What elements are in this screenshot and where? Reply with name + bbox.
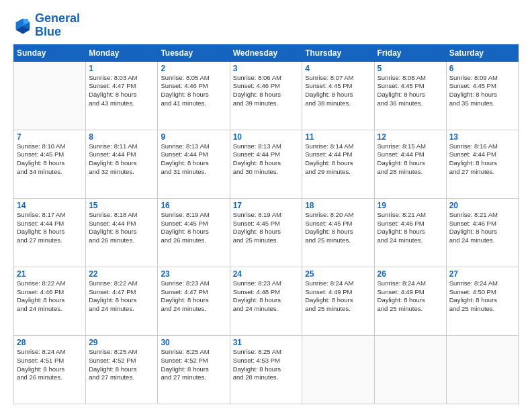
logo-icon bbox=[13, 16, 32, 35]
calendar-cell: 29Sunrise: 8:25 AMSunset: 4:52 PMDayligh… bbox=[86, 335, 158, 404]
day-info: Sunrise: 8:21 AMSunset: 4:46 PMDaylight:… bbox=[378, 211, 443, 245]
day-info: Sunrise: 8:03 AMSunset: 4:47 PMDaylight:… bbox=[89, 74, 154, 108]
day-info: Sunrise: 8:25 AMSunset: 4:52 PMDaylight:… bbox=[89, 348, 154, 382]
day-number: 15 bbox=[89, 201, 154, 210]
day-number: 25 bbox=[305, 269, 371, 279]
day-number: 3 bbox=[233, 64, 300, 73]
calendar-cell: 4Sunrise: 8:07 AMSunset: 4:45 PMDaylight… bbox=[302, 61, 374, 130]
day-number: 21 bbox=[17, 269, 83, 279]
day-info: Sunrise: 8:18 AMSunset: 4:44 PMDaylight:… bbox=[89, 211, 154, 245]
day-info: Sunrise: 8:24 AMSunset: 4:49 PMDaylight:… bbox=[378, 279, 443, 314]
calendar-cell: 27Sunrise: 8:24 AMSunset: 4:50 PMDayligh… bbox=[446, 267, 518, 335]
day-number: 2 bbox=[161, 64, 226, 73]
calendar-week-2: 7Sunrise: 8:10 AMSunset: 4:45 PMDaylight… bbox=[14, 130, 519, 198]
calendar-cell: 7Sunrise: 8:10 AMSunset: 4:45 PMDaylight… bbox=[14, 130, 86, 198]
weekday-header-wednesday: Wednesday bbox=[230, 44, 302, 61]
day-number: 14 bbox=[17, 201, 83, 210]
calendar-cell: 31Sunrise: 8:25 AMSunset: 4:53 PMDayligh… bbox=[230, 335, 302, 404]
calendar-cell: 28Sunrise: 8:24 AMSunset: 4:51 PMDayligh… bbox=[14, 335, 86, 404]
day-info: Sunrise: 8:19 AMSunset: 4:45 PMDaylight:… bbox=[161, 211, 226, 245]
day-number: 11 bbox=[305, 132, 371, 142]
day-info: Sunrise: 8:09 AMSunset: 4:45 PMDaylight:… bbox=[449, 74, 515, 108]
day-info: Sunrise: 8:06 AMSunset: 4:46 PMDaylight:… bbox=[233, 74, 300, 108]
day-number: 23 bbox=[161, 269, 226, 279]
calendar-cell: 30Sunrise: 8:25 AMSunset: 4:52 PMDayligh… bbox=[158, 335, 230, 404]
day-number: 26 bbox=[378, 269, 443, 279]
day-number: 27 bbox=[449, 269, 515, 279]
day-info: Sunrise: 8:20 AMSunset: 4:45 PMDaylight:… bbox=[305, 211, 371, 245]
calendar-week-1: 1Sunrise: 8:03 AMSunset: 4:47 PMDaylight… bbox=[14, 61, 519, 130]
day-info: Sunrise: 8:24 AMSunset: 4:49 PMDaylight:… bbox=[305, 279, 371, 314]
day-info: Sunrise: 8:13 AMSunset: 4:44 PMDaylight:… bbox=[233, 142, 300, 177]
day-info: Sunrise: 8:22 AMSunset: 4:47 PMDaylight:… bbox=[89, 279, 154, 314]
day-number: 6 bbox=[449, 64, 515, 73]
day-number: 30 bbox=[161, 338, 226, 347]
page: General Blue SundayMondayTuesdayWednesda… bbox=[0, 0, 532, 411]
day-info: Sunrise: 8:24 AMSunset: 4:51 PMDaylight:… bbox=[17, 348, 83, 382]
calendar-cell: 18Sunrise: 8:20 AMSunset: 4:45 PMDayligh… bbox=[302, 198, 374, 267]
calendar-cell: 5Sunrise: 8:08 AMSunset: 4:45 PMDaylight… bbox=[374, 61, 446, 130]
day-info: Sunrise: 8:13 AMSunset: 4:44 PMDaylight:… bbox=[161, 142, 226, 177]
calendar-cell: 23Sunrise: 8:23 AMSunset: 4:47 PMDayligh… bbox=[158, 267, 230, 335]
calendar-cell: 1Sunrise: 8:03 AMSunset: 4:47 PMDaylight… bbox=[86, 61, 158, 130]
day-number: 13 bbox=[449, 132, 515, 142]
calendar-cell bbox=[446, 335, 518, 404]
calendar-cell: 16Sunrise: 8:19 AMSunset: 4:45 PMDayligh… bbox=[158, 198, 230, 267]
day-number: 29 bbox=[89, 338, 154, 347]
calendar-cell: 10Sunrise: 8:13 AMSunset: 4:44 PMDayligh… bbox=[230, 130, 302, 198]
calendar-cell bbox=[14, 61, 86, 130]
day-info: Sunrise: 8:17 AMSunset: 4:44 PMDaylight:… bbox=[17, 211, 83, 245]
day-number: 31 bbox=[233, 338, 300, 347]
logo: General Blue bbox=[13, 12, 80, 39]
calendar-cell: 2Sunrise: 8:05 AMSunset: 4:46 PMDaylight… bbox=[158, 61, 230, 130]
header: General Blue bbox=[13, 12, 519, 39]
calendar-cell: 8Sunrise: 8:11 AMSunset: 4:44 PMDaylight… bbox=[86, 130, 158, 198]
weekday-header-monday: Monday bbox=[86, 44, 158, 61]
day-info: Sunrise: 8:19 AMSunset: 4:45 PMDaylight:… bbox=[233, 211, 300, 245]
day-info: Sunrise: 8:05 AMSunset: 4:46 PMDaylight:… bbox=[161, 74, 226, 108]
day-number: 19 bbox=[378, 201, 443, 210]
calendar-body: 1Sunrise: 8:03 AMSunset: 4:47 PMDaylight… bbox=[14, 61, 519, 404]
day-number: 24 bbox=[233, 269, 300, 279]
day-info: Sunrise: 8:22 AMSunset: 4:46 PMDaylight:… bbox=[17, 279, 83, 314]
calendar-cell: 21Sunrise: 8:22 AMSunset: 4:46 PMDayligh… bbox=[14, 267, 86, 335]
calendar-cell: 22Sunrise: 8:22 AMSunset: 4:47 PMDayligh… bbox=[86, 267, 158, 335]
calendar-cell: 17Sunrise: 8:19 AMSunset: 4:45 PMDayligh… bbox=[230, 198, 302, 267]
weekday-header-row: SundayMondayTuesdayWednesdayThursdayFrid… bbox=[14, 44, 519, 61]
day-info: Sunrise: 8:11 AMSunset: 4:44 PMDaylight:… bbox=[89, 142, 154, 177]
calendar-cell: 19Sunrise: 8:21 AMSunset: 4:46 PMDayligh… bbox=[374, 198, 446, 267]
day-number: 5 bbox=[378, 64, 443, 73]
day-info: Sunrise: 8:08 AMSunset: 4:45 PMDaylight:… bbox=[378, 74, 443, 108]
day-info: Sunrise: 8:25 AMSunset: 4:52 PMDaylight:… bbox=[161, 348, 226, 382]
day-number: 8 bbox=[89, 132, 154, 142]
weekday-header-saturday: Saturday bbox=[446, 44, 518, 61]
calendar-week-5: 28Sunrise: 8:24 AMSunset: 4:51 PMDayligh… bbox=[14, 335, 519, 404]
day-info: Sunrise: 8:15 AMSunset: 4:44 PMDaylight:… bbox=[378, 142, 443, 177]
day-number: 9 bbox=[161, 132, 226, 142]
svg-point-4 bbox=[24, 19, 28, 24]
day-info: Sunrise: 8:21 AMSunset: 4:46 PMDaylight:… bbox=[449, 211, 515, 245]
weekday-header-thursday: Thursday bbox=[302, 44, 374, 61]
day-info: Sunrise: 8:23 AMSunset: 4:47 PMDaylight:… bbox=[161, 279, 226, 314]
logo-text: General Blue bbox=[35, 12, 80, 39]
calendar-table: SundayMondayTuesdayWednesdayThursdayFrid… bbox=[13, 44, 519, 404]
day-number: 22 bbox=[89, 269, 154, 279]
day-number: 28 bbox=[17, 338, 83, 347]
calendar-week-3: 14Sunrise: 8:17 AMSunset: 4:44 PMDayligh… bbox=[14, 198, 519, 267]
calendar-cell bbox=[302, 335, 374, 404]
calendar-cell: 12Sunrise: 8:15 AMSunset: 4:44 PMDayligh… bbox=[374, 130, 446, 198]
day-info: Sunrise: 8:14 AMSunset: 4:44 PMDaylight:… bbox=[305, 142, 371, 177]
calendar-cell: 14Sunrise: 8:17 AMSunset: 4:44 PMDayligh… bbox=[14, 198, 86, 267]
calendar-cell: 24Sunrise: 8:23 AMSunset: 4:48 PMDayligh… bbox=[230, 267, 302, 335]
day-number: 18 bbox=[305, 201, 371, 210]
day-number: 7 bbox=[17, 132, 83, 142]
calendar-cell: 20Sunrise: 8:21 AMSunset: 4:46 PMDayligh… bbox=[446, 198, 518, 267]
day-number: 20 bbox=[449, 201, 515, 210]
day-info: Sunrise: 8:10 AMSunset: 4:45 PMDaylight:… bbox=[17, 142, 83, 177]
calendar-cell: 25Sunrise: 8:24 AMSunset: 4:49 PMDayligh… bbox=[302, 267, 374, 335]
weekday-header-tuesday: Tuesday bbox=[158, 44, 230, 61]
day-info: Sunrise: 8:24 AMSunset: 4:50 PMDaylight:… bbox=[449, 279, 515, 314]
day-info: Sunrise: 8:23 AMSunset: 4:48 PMDaylight:… bbox=[233, 279, 300, 314]
calendar-cell: 15Sunrise: 8:18 AMSunset: 4:44 PMDayligh… bbox=[86, 198, 158, 267]
weekday-header-sunday: Sunday bbox=[14, 44, 86, 61]
